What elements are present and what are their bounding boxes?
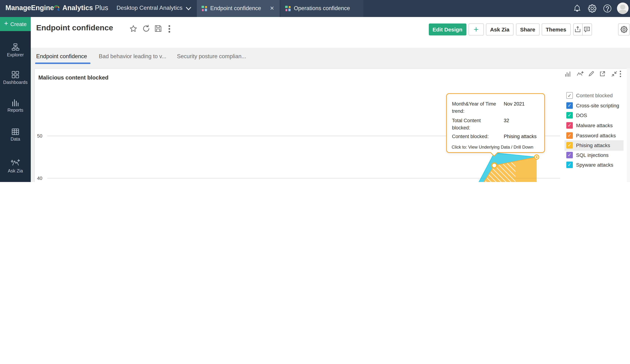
- svg-text:40: 40: [37, 176, 42, 181]
- svg-text:50: 50: [37, 133, 42, 139]
